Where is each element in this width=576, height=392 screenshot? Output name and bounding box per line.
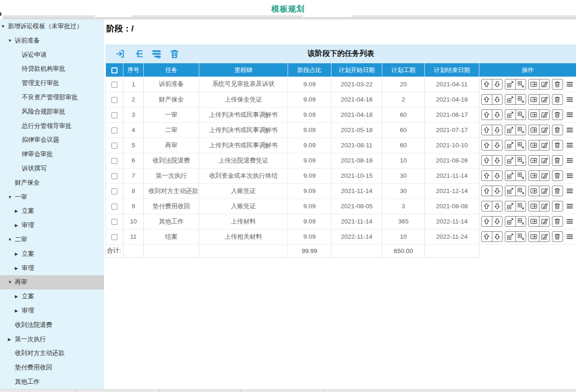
row-delete-button[interactable] <box>552 95 563 104</box>
move-up-button[interactable] <box>482 171 492 181</box>
row-checkbox[interactable] <box>111 127 117 133</box>
edit-button[interactable] <box>539 95 549 104</box>
move-down-button[interactable] <box>492 217 502 226</box>
tree-item[interactable]: 垫付费用收回 <box>0 361 104 375</box>
tree-item[interactable]: ▶ 审理 <box>0 218 104 233</box>
move-in-button[interactable] <box>115 48 126 60</box>
move-to-button[interactable] <box>529 156 539 165</box>
row-delete-button[interactable] <box>552 171 563 181</box>
tree-item[interactable]: ▼ 诉前准备 <box>0 34 104 48</box>
caret-right-icon[interactable]: ▶ <box>15 218 22 233</box>
tree-item[interactable]: 律审会审批 <box>0 147 104 162</box>
move-to-button[interactable] <box>529 186 539 196</box>
row-menu-button[interactable] <box>565 110 575 120</box>
row-checkbox[interactable] <box>111 143 117 149</box>
insert-below-button[interactable] <box>515 95 526 104</box>
move-up-button[interactable] <box>482 217 492 226</box>
row-checkbox[interactable] <box>111 112 117 118</box>
row-delete-button[interactable] <box>552 217 563 226</box>
row-delete-button[interactable] <box>552 156 563 165</box>
move-down-button[interactable] <box>492 232 502 241</box>
edit-button[interactable] <box>539 140 549 150</box>
tree-item[interactable]: ▶ 立案 <box>0 289 104 304</box>
tree-item[interactable]: 拟律审会议题 <box>0 133 104 147</box>
row-checkbox[interactable] <box>111 97 117 103</box>
tree-item[interactable]: ▼ 一审 <box>0 190 104 205</box>
move-down-button[interactable] <box>492 110 502 120</box>
insert-above-button[interactable] <box>505 125 515 135</box>
row-delete-button[interactable] <box>552 79 563 89</box>
move-up-button[interactable] <box>482 186 492 196</box>
tree-item[interactable]: 财产保全 <box>0 176 104 190</box>
caret-down-icon[interactable]: ▼ <box>8 34 15 48</box>
insert-above-button[interactable] <box>505 217 515 226</box>
row-checkbox[interactable] <box>111 82 117 88</box>
insert-above-button[interactable] <box>505 110 515 120</box>
caret-right-icon[interactable]: ▶ <box>15 204 22 218</box>
move-to-button[interactable] <box>529 232 539 241</box>
insert-above-button[interactable] <box>505 140 515 150</box>
row-checkbox[interactable] <box>111 158 117 164</box>
caret-down-icon[interactable]: ▼ <box>8 190 15 205</box>
move-to-button[interactable] <box>529 201 539 211</box>
edit-button[interactable] <box>539 156 549 165</box>
move-to-button[interactable] <box>529 217 539 226</box>
caret-down-icon[interactable]: ▼ <box>8 233 15 247</box>
tree-item[interactable]: ▶ 第一次执行 <box>0 332 104 347</box>
insert-below-button[interactable] <box>515 140 526 150</box>
move-down-button[interactable] <box>492 79 502 89</box>
insert-above-button[interactable] <box>505 201 515 211</box>
row-menu-button[interactable] <box>565 140 575 150</box>
insert-above-button[interactable] <box>505 171 515 181</box>
row-delete-button[interactable] <box>552 140 563 150</box>
move-to-button[interactable] <box>529 79 539 89</box>
move-down-button[interactable] <box>492 95 502 104</box>
edit-button[interactable] <box>539 217 549 226</box>
outdent-button[interactable] <box>133 48 144 60</box>
select-all-checkbox[interactable] <box>111 67 117 73</box>
insert-below-button[interactable] <box>515 217 526 226</box>
tree-item[interactable]: 风险合规部审批 <box>0 105 104 119</box>
tree-item[interactable]: ▼ 二审 <box>0 233 104 247</box>
insert-above-button[interactable] <box>505 79 515 89</box>
move-up-button[interactable] <box>482 79 492 89</box>
tree-item[interactable]: 收到对方主动还款 <box>0 346 104 361</box>
move-to-button[interactable] <box>529 125 539 135</box>
caret-right-icon[interactable]: ▶ <box>8 332 15 347</box>
move-to-button[interactable] <box>529 171 539 181</box>
insert-below-button[interactable] <box>515 110 526 120</box>
move-down-button[interactable] <box>492 156 502 165</box>
edit-button[interactable] <box>539 79 549 89</box>
row-menu-button[interactable] <box>565 186 575 196</box>
row-checkbox[interactable] <box>111 204 117 210</box>
insert-below-button[interactable] <box>515 156 526 165</box>
bottom-scroll-strip[interactable] <box>0 389 576 392</box>
move-down-button[interactable] <box>492 201 502 211</box>
tree-item[interactable]: 诉状撰写 <box>0 162 104 176</box>
caret-right-icon[interactable]: ▶ <box>15 289 22 304</box>
move-down-button[interactable] <box>492 186 502 196</box>
tree-item[interactable]: 总行分管领导审批 <box>0 119 104 133</box>
move-up-button[interactable] <box>482 110 492 120</box>
edit-button[interactable] <box>539 232 549 241</box>
caret-down-icon[interactable]: ▼ <box>1 19 8 34</box>
move-up-button[interactable] <box>482 232 492 241</box>
row-checkbox[interactable] <box>111 188 117 194</box>
row-delete-button[interactable] <box>552 186 563 196</box>
row-menu-button[interactable] <box>565 79 575 89</box>
insert-above-button[interactable] <box>505 232 515 241</box>
move-down-button[interactable] <box>492 125 502 135</box>
row-menu-button[interactable] <box>565 95 575 104</box>
list-button[interactable] <box>151 48 162 60</box>
move-to-button[interactable] <box>529 140 539 150</box>
row-delete-button[interactable] <box>552 232 563 241</box>
tree-item[interactable]: ▶ 立案 <box>0 204 104 218</box>
tree-item[interactable]: ▶ 立案 <box>0 247 104 261</box>
tree-item[interactable]: 诉讼申请 <box>0 48 104 62</box>
caret-right-icon[interactable]: ▶ <box>15 247 22 261</box>
insert-above-button[interactable] <box>505 95 515 104</box>
edit-button[interactable] <box>539 110 549 120</box>
row-delete-button[interactable] <box>552 125 563 135</box>
tree-item[interactable]: 收到法院退费 <box>0 318 104 332</box>
edit-button[interactable] <box>539 171 549 181</box>
